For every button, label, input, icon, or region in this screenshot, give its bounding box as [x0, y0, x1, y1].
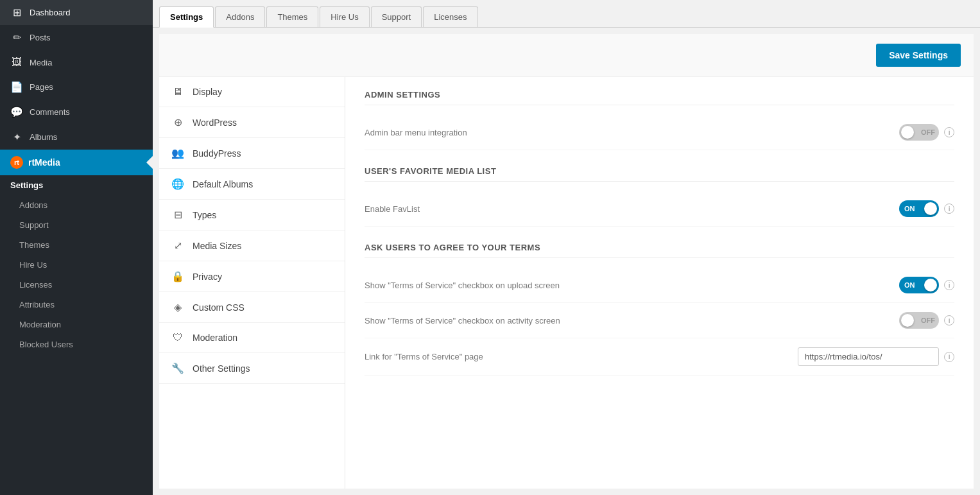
albums-icon: ✦ — [10, 131, 23, 143]
admin-bar-label: Admin bar menu integration — [365, 128, 899, 137]
settings-panel: Save Settings 🖥 Display ⊕ WordPress 👥 — [159, 34, 974, 489]
tab-settings[interactable]: Settings — [159, 6, 214, 28]
tos-activity-toggle[interactable]: OFF — [899, 312, 939, 329]
tos-link-input[interactable] — [798, 347, 939, 366]
nav-item-display[interactable]: 🖥 Display — [159, 77, 345, 107]
sidebar-sub-support[interactable]: Support — [0, 215, 153, 235]
tos-activity-toggle-label: OFF — [921, 317, 935, 324]
admin-bar-toggle-track[interactable]: OFF — [899, 124, 939, 141]
sidebar-label-pages: Pages — [30, 82, 53, 92]
nav-item-wordpress[interactable]: ⊕ WordPress — [159, 107, 345, 138]
settings-header: Save Settings — [159, 34, 974, 77]
tos-activity-toggle-thumb — [901, 314, 914, 327]
nav-item-default-albums[interactable]: 🌐 Default Albums — [159, 169, 345, 200]
tos-link-info-icon[interactable]: i — [944, 352, 954, 362]
sidebar-settings-label: Settings — [0, 175, 153, 195]
favlist-toggle-track[interactable]: ON — [899, 200, 939, 217]
rtmedia-badge: rt — [10, 156, 23, 169]
tab-hire-us[interactable]: Hire Us — [320, 6, 369, 27]
sidebar-item-albums[interactable]: ✦ Albums — [0, 125, 153, 150]
admin-bar-control: OFF i — [899, 124, 954, 141]
nav-item-moderation[interactable]: 🛡 Moderation — [159, 323, 345, 353]
sidebar-sub-blocked-users[interactable]: Blocked Users — [0, 334, 153, 354]
default-albums-icon: 🌐 — [171, 178, 185, 190]
tabs-bar: Settings Addons Themes Hire Us Support L… — [153, 0, 980, 28]
favlist-info-icon[interactable]: i — [944, 204, 954, 214]
sidebar-sub-moderation[interactable]: Moderation — [0, 315, 153, 334]
sidebar-sub-hire-us[interactable]: Hire Us — [0, 255, 153, 275]
tab-addons[interactable]: Addons — [215, 6, 265, 27]
sidebar-label-rtmedia: rtMedia — [28, 157, 60, 168]
sidebar-sub-licenses[interactable]: Licenses — [0, 275, 153, 295]
tab-support[interactable]: Support — [371, 6, 422, 27]
tos-activity-control: OFF i — [899, 312, 954, 329]
nav-item-other-settings[interactable]: 🔧 Other Settings — [159, 353, 345, 384]
content-area: Save Settings 🖥 Display ⊕ WordPress 👥 — [153, 28, 980, 495]
sidebar-item-pages[interactable]: 📄 Pages — [0, 74, 153, 100]
sidebar-item-posts[interactable]: ✏ Posts — [0, 25, 153, 50]
custom-css-icon: ◈ — [171, 301, 185, 313]
nav-item-buddypress[interactable]: 👥 BuddyPress — [159, 138, 345, 169]
sidebar-item-dashboard[interactable]: ⊞ Dashboard — [0, 0, 153, 25]
moderation-icon: 🛡 — [171, 332, 185, 343]
tos-upload-toggle[interactable]: ON — [899, 277, 939, 293]
sidebar-item-comments[interactable]: 💬 Comments — [0, 100, 153, 125]
posts-icon: ✏ — [10, 31, 23, 44]
tos-upload-toggle-track[interactable]: ON — [899, 277, 939, 293]
admin-settings-title: ADMIN SETTINGS — [365, 90, 954, 105]
tos-upload-info-icon[interactable]: i — [944, 280, 954, 290]
pages-icon: 📄 — [10, 81, 23, 93]
favorite-media-title: USER'S FAVORITE MEDIA LIST — [365, 166, 954, 182]
privacy-icon: 🔒 — [171, 270, 185, 282]
media-sizes-icon: ⤢ — [171, 239, 185, 252]
tos-activity-toggle-track[interactable]: OFF — [899, 312, 939, 329]
save-settings-button[interactable]: Save Settings — [876, 44, 961, 67]
tos-upload-control: ON i — [899, 277, 954, 293]
tos-upload-toggle-thumb — [924, 279, 937, 291]
tos-activity-info-icon[interactable]: i — [944, 315, 954, 326]
terms-title: ASK USERS TO AGREE TO YOUR TERMS — [365, 243, 954, 258]
setting-row-tos-activity: Show "Terms of Service" checkbox on acti… — [365, 303, 954, 338]
display-icon: 🖥 — [171, 86, 185, 98]
nav-item-media-sizes[interactable]: ⤢ Media Sizes — [159, 230, 345, 261]
nav-item-custom-css[interactable]: ◈ Custom CSS — [159, 292, 345, 323]
setting-row-favlist: Enable FavList ON i — [365, 191, 954, 227]
nav-item-privacy[interactable]: 🔒 Privacy — [159, 261, 345, 292]
favlist-label: Enable FavList — [365, 204, 899, 214]
rtmedia-arrow-icon — [146, 156, 153, 169]
media-icon: 🖼 — [10, 56, 23, 68]
admin-bar-toggle[interactable]: OFF — [899, 124, 939, 141]
favlist-control: ON i — [899, 200, 954, 217]
setting-row-tos-upload: Show "Terms of Service" checkbox on uplo… — [365, 268, 954, 303]
tos-link-label: Link for "Terms of Service" page — [365, 352, 798, 361]
other-settings-icon: 🔧 — [171, 362, 185, 374]
wordpress-icon: ⊕ — [171, 116, 185, 128]
sidebar-item-media[interactable]: 🖼 Media — [0, 50, 153, 74]
main-area: Settings Addons Themes Hire Us Support L… — [153, 0, 980, 495]
setting-row-admin-bar: Admin bar menu integration OFF i — [365, 115, 954, 150]
sidebar-sub-attributes[interactable]: Attributes — [0, 295, 153, 315]
tab-themes[interactable]: Themes — [266, 6, 318, 27]
sidebar-item-rtmedia[interactable]: rt rtMedia — [0, 150, 153, 175]
sidebar: ⊞ Dashboard ✏ Posts 🖼 Media 📄 Pages 💬 Co… — [0, 0, 153, 495]
admin-bar-info-icon[interactable]: i — [944, 127, 954, 137]
buddypress-icon: 👥 — [171, 147, 185, 159]
sidebar-label-albums: Albums — [30, 132, 57, 142]
types-icon: ⊟ — [171, 209, 185, 221]
sidebar-sub-addons[interactable]: Addons — [0, 195, 153, 215]
comments-icon: 💬 — [10, 106, 23, 118]
tab-licenses[interactable]: Licenses — [423, 6, 477, 27]
sidebar-label-comments: Comments — [30, 107, 70, 117]
settings-nav: 🖥 Display ⊕ WordPress 👥 BuddyPress 🌐 Def… — [159, 77, 345, 489]
sidebar-label-posts: Posts — [30, 33, 51, 42]
sidebar-sub-themes[interactable]: Themes — [0, 235, 153, 255]
tos-activity-label: Show "Terms of Service" checkbox on acti… — [365, 316, 899, 326]
favlist-toggle[interactable]: ON — [899, 200, 939, 217]
tos-upload-toggle-label: ON — [904, 281, 915, 289]
tos-link-control: i — [798, 347, 954, 366]
admin-bar-toggle-thumb — [901, 126, 914, 139]
two-col-layout: 🖥 Display ⊕ WordPress 👥 BuddyPress 🌐 Def… — [159, 77, 974, 489]
setting-row-tos-link: Link for "Terms of Service" page i — [365, 338, 954, 376]
tos-upload-label: Show "Terms of Service" checkbox on uplo… — [365, 281, 899, 290]
nav-item-types[interactable]: ⊟ Types — [159, 200, 345, 230]
